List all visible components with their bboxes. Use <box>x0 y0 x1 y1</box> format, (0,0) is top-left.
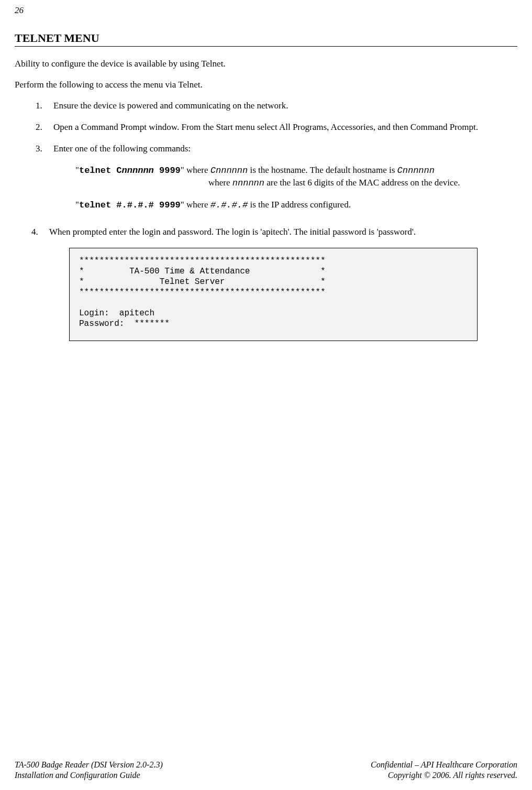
cmd1-var1a: C <box>210 166 216 175</box>
step-3: 3. Enter one of the following commands: <box>36 143 517 155</box>
cmd1-line2: where nnnnnn are the last 6 digits of th… <box>75 177 517 190</box>
command-example-1: "telnet Cnnnnnn 9999" where Cnnnnnn is t… <box>36 164 517 190</box>
cmd1-line2-where: where <box>208 178 232 188</box>
step-2-number: 2. <box>36 122 53 134</box>
footer-left-line1: TA-500 Badge Reader (DSI Version 2.0-2.3… <box>15 760 163 770</box>
cmd1-command: telnet C <box>79 166 122 175</box>
cmd1-var1b: nnnnnn <box>216 166 248 175</box>
cmd2-where: " where <box>181 200 210 210</box>
section-title: TELNET MENU <box>15 31 517 47</box>
cmd1-where: " where <box>181 165 210 175</box>
step-1-number: 1. <box>36 100 53 112</box>
cmd1-line2-rest: are the last 6 digits of the MAC address… <box>264 178 460 188</box>
step-4: 4. When prompted enter the login and pas… <box>31 226 517 238</box>
step-2-text: Open a Command Prompt window. From the S… <box>53 122 517 134</box>
step-1-text: Ensure the device is powered and communi… <box>53 100 517 112</box>
page: 26 TELNET MENU Ability to configure the … <box>0 0 532 790</box>
intro-paragraph-1: Ability to configure the device is avail… <box>15 58 517 70</box>
cmd1-hostvar: nnnnnn <box>122 166 154 175</box>
cmd2-command: telnet #.#.#.# 9999 <box>79 200 181 210</box>
footer-left-line2: Installation and Configuration Guide <box>15 770 163 781</box>
cmd1-line2-var: nnnnnn <box>232 178 264 188</box>
footer-left: TA-500 Badge Reader (DSI Version 2.0-2.3… <box>15 760 163 781</box>
command-example-2: "telnet #.#.#.# 9999" where #.#.#.# is t… <box>36 199 517 212</box>
cmd1-var2b: nnnnnn <box>403 166 435 175</box>
step-4-text: When prompted enter the login and passwo… <box>49 226 517 238</box>
step-3-text: Enter one of the following commands: <box>53 143 517 155</box>
page-footer: TA-500 Badge Reader (DSI Version 2.0-2.3… <box>15 760 517 781</box>
step-4-number: 4. <box>31 226 49 238</box>
page-number: 26 <box>15 5 517 16</box>
cmd2-var: #.#.#.# <box>210 200 248 210</box>
step-1: 1. Ensure the device is powered and comm… <box>36 100 517 112</box>
footer-right: Confidential – API Healthcare Corporatio… <box>371 760 517 781</box>
step-3-number: 3. <box>36 143 53 155</box>
footer-right-line2: Copyright © 2006. All rights reserved. <box>371 770 517 781</box>
quote-open-2: " <box>75 200 79 210</box>
cmd1-port: 9999 <box>154 166 181 175</box>
footer-right-line1: Confidential – API Healthcare Corporatio… <box>371 760 517 770</box>
cmd1-after1: is the hostname. The default hostname is <box>248 165 397 175</box>
intro-paragraph-2: Perform the following to access the menu… <box>15 79 517 91</box>
cmd1-var2a: C <box>397 166 403 175</box>
step-2: 2. Open a Command Prompt window. From th… <box>36 122 517 134</box>
cmd2-after: is the IP address configured. <box>248 200 351 210</box>
ordered-list: 1. Ensure the device is powered and comm… <box>15 100 517 238</box>
quote-open: " <box>75 165 79 175</box>
terminal-output: ****************************************… <box>69 248 478 341</box>
